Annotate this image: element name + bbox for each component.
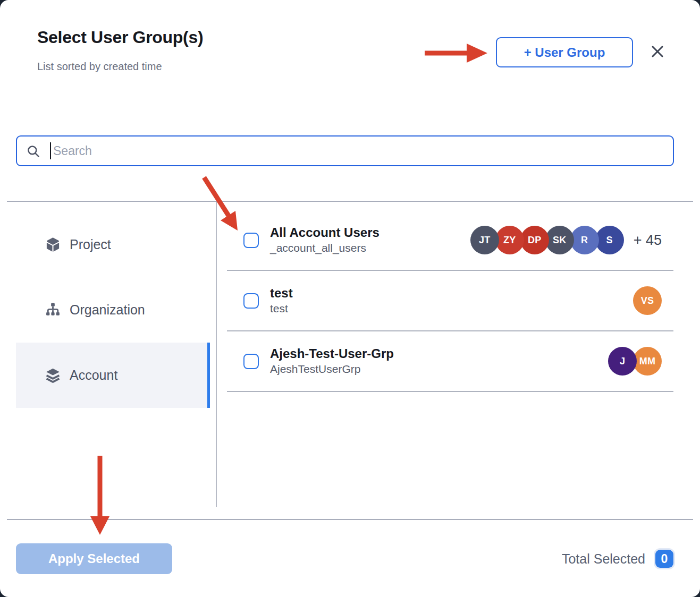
user-group-row: Ajesh-Test-User-Grp AjeshTestUserGrp JMM (227, 331, 673, 392)
group-name: test (270, 285, 293, 301)
avatar: J (608, 347, 637, 376)
group-info: All Account Users _account_all_users (270, 225, 379, 255)
avatar-stack: JTZYDPSKRS (470, 226, 624, 254)
group-checkbox[interactable] (243, 233, 259, 248)
select-user-group-modal: Select User Group(s) List sorted by crea… (0, 0, 700, 597)
user-group-list: All Account Users _account_all_users JTZ… (227, 210, 673, 392)
group-code: _account_all_users (270, 241, 379, 255)
sidebar-item-project[interactable]: Project (16, 212, 210, 277)
group-info: test test (270, 285, 293, 315)
avatar: VS (633, 286, 662, 315)
sidebar-item-label: Account (70, 368, 117, 383)
group-checkbox[interactable] (243, 293, 259, 309)
add-user-group-label: + User Group (524, 45, 605, 60)
avatar-overflow-count: + 45 (634, 232, 662, 249)
total-selected-count-badge: 0 (655, 550, 673, 568)
avatar: S (595, 226, 624, 254)
avatar: MM (633, 347, 662, 376)
apply-selected-button[interactable]: Apply Selected (16, 543, 172, 574)
avatar-stack: VS (633, 286, 662, 315)
sidebar-item-label: Project (70, 237, 111, 252)
avatar-stack: JMM (608, 347, 662, 376)
avatar: ZY (495, 226, 524, 254)
avatar: SK (545, 226, 574, 254)
sidebar-divider (216, 202, 217, 507)
footer-divider (7, 519, 693, 520)
add-user-group-button[interactable]: + User Group (496, 37, 633, 67)
search-bar (16, 135, 674, 166)
group-code: AjeshTestUserGrp (270, 362, 394, 376)
sidebar-item-account[interactable]: Account (16, 343, 210, 408)
page-title: Select User Group(s) (37, 28, 203, 47)
group-name: Ajesh-Test-User-Grp (270, 346, 394, 362)
sidebar-item-organization[interactable]: Organization (16, 277, 210, 343)
layers-icon (45, 367, 61, 383)
avatar: JT (470, 226, 499, 254)
org-chart-icon (45, 302, 61, 318)
header-divider (7, 201, 693, 202)
close-button[interactable] (645, 39, 670, 64)
avatar: R (570, 226, 599, 254)
sort-hint-text: List sorted by created time (37, 61, 162, 73)
group-info: Ajesh-Test-User-Grp AjeshTestUserGrp (270, 346, 394, 376)
total-selected: Total Selected 0 (562, 548, 673, 569)
user-group-row: test test VS (227, 271, 673, 331)
apply-selected-label: Apply Selected (48, 551, 140, 566)
scope-sidebar: Project Organization (16, 212, 210, 408)
group-checkbox[interactable] (243, 354, 259, 369)
close-icon (650, 44, 665, 59)
sidebar-item-label: Organization (70, 302, 145, 318)
user-group-row: All Account Users _account_all_users JTZ… (227, 210, 673, 271)
cube-icon (45, 236, 61, 253)
search-icon (26, 144, 40, 158)
search-input[interactable] (51, 144, 673, 158)
avatar: DP (520, 226, 549, 254)
group-name: All Account Users (270, 225, 379, 241)
group-code: test (270, 301, 293, 315)
total-selected-label: Total Selected (562, 551, 645, 567)
